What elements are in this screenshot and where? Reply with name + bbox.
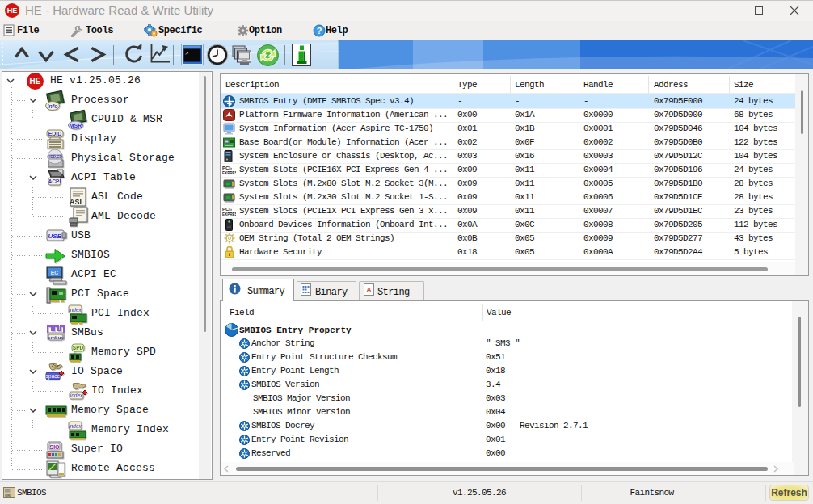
svg-text:SIO: SIO <box>49 444 60 450</box>
svg-text:EC: EC <box>51 270 59 275</box>
svg-text:A: A <box>366 286 372 294</box>
svg-text:?: ? <box>317 26 322 36</box>
svg-text:Info: Info <box>48 103 59 109</box>
svg-text:index: index <box>70 393 83 398</box>
svg-text:HDD,CD: HDD,CD <box>48 155 62 159</box>
svg-text:PCI›: PCI› <box>222 166 232 170</box>
svg-text:PCI›: PCI› <box>222 207 232 212</box>
svg-text:EXPRESS: EXPRESS <box>222 171 236 175</box>
svg-text:USB: USB <box>48 233 62 240</box>
svg-text:ACPI: ACPI <box>48 178 61 184</box>
svg-text:index: index <box>69 423 82 429</box>
svg-text:index: index <box>69 307 82 313</box>
svg-text:EDID: EDID <box>48 131 62 136</box>
svg-text:ASL: ASL <box>70 198 85 206</box>
svg-text:EXPRESS: EXPRESS <box>222 212 236 216</box>
svg-text:MSR: MSR <box>70 123 82 128</box>
svg-text:space: space <box>46 373 61 380</box>
svg-text:SPD: SPD <box>73 345 84 351</box>
svg-text:smbus: smbus <box>48 335 64 340</box>
svg-text:bios: bios <box>5 494 12 498</box>
